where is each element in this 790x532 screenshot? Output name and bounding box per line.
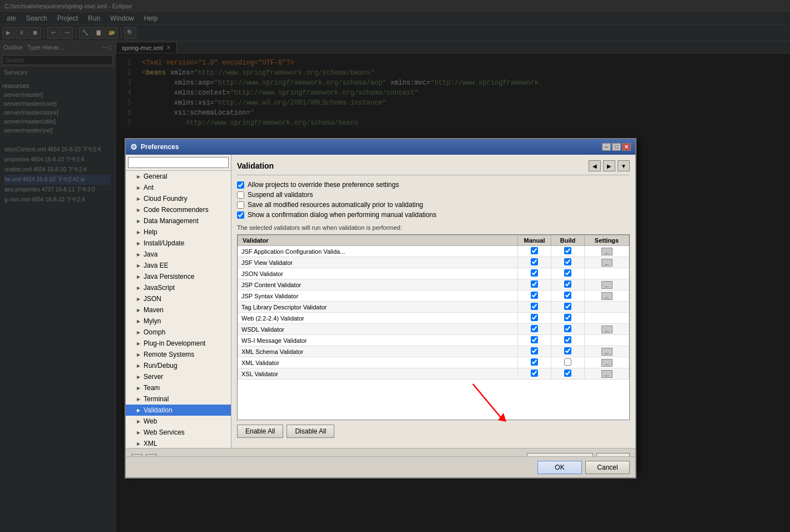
nav-item-general[interactable]: ▶ General [126,171,231,182]
dialog-minimize-btn[interactable]: ─ [602,143,611,151]
validator-settings-cell[interactable]: ... [585,257,629,268]
manual-checkbox[interactable] [531,370,538,377]
nav-item-server[interactable]: ▶ Server [126,371,231,382]
validator-settings-cell[interactable]: ... [585,246,629,257]
nav-item-validation[interactable]: ▶ Validation [126,405,231,416]
manual-checkbox[interactable] [531,247,538,254]
manual-checkbox[interactable] [531,358,538,366]
build-checkbox[interactable] [564,258,571,265]
build-checkbox[interactable] [564,325,571,332]
nav-item-remote[interactable]: ▶ Remote Systems [126,349,231,360]
cancel-btn[interactable]: Cancel [585,461,630,474]
nav-item-javaee[interactable]: ▶ Java EE [126,260,231,271]
build-checkbox[interactable] [564,347,571,354]
build-checkbox[interactable] [564,336,571,343]
nav-dropdown-btn[interactable]: ▼ [618,160,630,171]
nav-item-web[interactable]: ▶ Web [126,416,231,427]
validator-settings-cell[interactable]: ... [585,324,629,335]
nav-item-plugin-dev[interactable]: ▶ Plug-in Development [126,338,231,349]
table-row[interactable]: Tag Library Descriptor Validator [238,302,629,313]
validator-build-cell[interactable] [551,346,585,357]
manual-checkbox[interactable] [531,269,538,277]
validator-manual-cell[interactable] [518,246,551,257]
manual-checkbox[interactable] [531,325,538,332]
table-row[interactable]: JSP Syntax Validator... [238,290,629,302]
check-override[interactable] [237,181,244,189]
nav-item-java[interactable]: ▶ Java [126,249,231,260]
validator-build-cell[interactable] [551,313,585,324]
nav-item-install[interactable]: ▶ Install/Update [126,238,231,249]
table-row[interactable]: JSF View Validator... [238,257,629,268]
nav-item-webservices[interactable]: ▶ Web Services [126,427,231,438]
validator-build-cell[interactable] [551,246,585,257]
validator-settings-cell[interactable] [585,313,629,324]
manual-checkbox[interactable] [531,258,538,265]
validator-settings-cell[interactable]: ... [585,368,629,380]
nav-item-rundebug[interactable]: ▶ Run/Debug [126,360,231,371]
nav-item-maven[interactable]: ▶ Maven [126,304,231,316]
validator-build-cell[interactable] [551,357,585,368]
build-checkbox[interactable] [564,269,571,277]
table-row[interactable]: JSP Content Validator... [238,279,629,290]
validator-manual-cell[interactable] [518,368,551,380]
disable-all-btn[interactable]: Disable All [287,425,334,438]
nav-item-javascript[interactable]: ▶ JavaScript [126,282,231,293]
validator-settings-cell[interactable]: ... [585,357,629,368]
nav-item-xml[interactable]: ▶ XML [126,438,231,448]
settings-btn[interactable]: ... [601,348,613,356]
manual-checkbox[interactable] [531,280,538,288]
settings-btn[interactable]: ... [601,292,613,300]
table-row[interactable]: WSDL Validator... [238,324,629,335]
enable-all-btn[interactable]: Enable All [237,425,283,438]
settings-btn[interactable]: ... [601,281,613,289]
validator-settings-cell[interactable]: ... [585,279,629,290]
table-row[interactable]: XML Schema Validator... [238,346,629,357]
settings-btn[interactable]: ... [601,370,613,378]
validator-manual-cell[interactable] [518,279,551,290]
validator-manual-cell[interactable] [518,324,551,335]
manual-checkbox[interactable] [531,314,538,321]
settings-btn[interactable]: ... [601,259,613,267]
build-checkbox[interactable] [564,370,571,377]
build-checkbox[interactable] [564,280,571,288]
nav-back-btn[interactable]: ◀ [589,160,601,171]
validator-build-cell[interactable] [551,257,585,268]
table-row[interactable]: WS-I Message Validator [238,335,629,346]
validator-settings-cell[interactable] [585,302,629,313]
nav-item-data-mgmt[interactable]: ▶ Data Management [126,215,231,226]
validator-build-cell[interactable] [551,324,585,335]
build-checkbox[interactable] [564,358,571,366]
check-confirm[interactable] [237,211,244,219]
nav-forward-btn[interactable]: ▶ [603,160,615,171]
validator-build-cell[interactable] [551,302,585,313]
table-row[interactable]: XSL Validator... [238,368,629,380]
nav-item-ant[interactable]: ▶ Ant [126,182,231,193]
validator-table-wrap[interactable]: Validator Manual Build Settings JSF Appl… [237,234,630,420]
validator-settings-cell[interactable] [585,335,629,346]
check-suspend[interactable] [237,191,244,199]
dialog-close-btn[interactable]: ✕ [622,143,631,151]
nav-item-mylyn[interactable]: ▶ Mylyn [126,316,231,327]
dialog-maximize-btn[interactable]: □ [612,143,621,151]
settings-btn[interactable]: ... [601,248,613,255]
validator-manual-cell[interactable] [518,257,551,268]
validator-build-cell[interactable] [551,268,585,279]
nav-item-terminal[interactable]: ▶ Terminal [126,393,231,405]
manual-checkbox[interactable] [531,292,538,299]
validator-manual-cell[interactable] [518,302,551,313]
settings-btn[interactable]: ... [601,359,613,367]
nav-item-cloud-foundry[interactable]: ▶ Cloud Foundry [126,193,231,204]
ok-btn[interactable]: OK [537,461,582,474]
nav-item-help[interactable]: ▶ Help [126,226,231,238]
table-row[interactable]: Web (2.2-2.4) Validator [238,313,629,324]
build-checkbox[interactable] [564,292,571,299]
validator-manual-cell[interactable] [518,335,551,346]
nav-item-json[interactable]: ▶ JSON [126,293,231,304]
build-checkbox[interactable] [564,247,571,254]
table-row[interactable]: JSON Validator [238,268,629,279]
manual-checkbox[interactable] [531,303,538,310]
build-checkbox[interactable] [564,303,571,310]
validator-build-cell[interactable] [551,335,585,346]
dialog-search-input[interactable] [128,157,229,168]
validator-manual-cell[interactable] [518,290,551,302]
